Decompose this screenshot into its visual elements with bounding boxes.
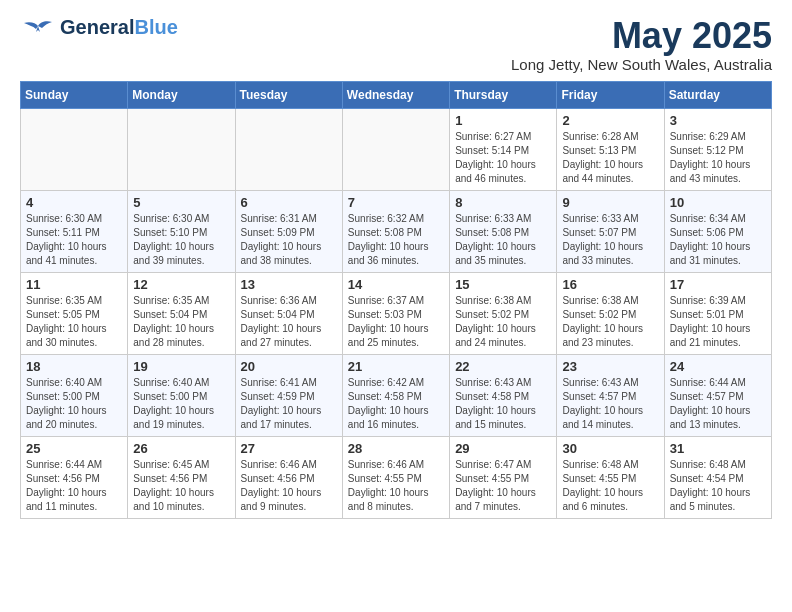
day-number: 31 [670, 441, 766, 456]
day-number: 21 [348, 359, 444, 374]
day-number: 30 [562, 441, 658, 456]
day-number: 24 [670, 359, 766, 374]
day-number: 2 [562, 113, 658, 128]
calendar-cell: 17Sunrise: 6:39 AM Sunset: 5:01 PM Dayli… [664, 272, 771, 354]
calendar-cell: 12Sunrise: 6:35 AM Sunset: 5:04 PM Dayli… [128, 272, 235, 354]
logo: GeneralBlue [20, 16, 178, 39]
day-info: Sunrise: 6:41 AM Sunset: 4:59 PM Dayligh… [241, 376, 337, 432]
calendar-cell: 29Sunrise: 6:47 AM Sunset: 4:55 PM Dayli… [450, 436, 557, 518]
day-number: 16 [562, 277, 658, 292]
day-info: Sunrise: 6:37 AM Sunset: 5:03 PM Dayligh… [348, 294, 444, 350]
calendar-cell: 24Sunrise: 6:44 AM Sunset: 4:57 PM Dayli… [664, 354, 771, 436]
day-number: 10 [670, 195, 766, 210]
day-number: 5 [133, 195, 229, 210]
calendar-cell: 22Sunrise: 6:43 AM Sunset: 4:58 PM Dayli… [450, 354, 557, 436]
page-header: GeneralBlue May 2025 Long Jetty, New Sou… [20, 16, 772, 73]
day-info: Sunrise: 6:47 AM Sunset: 4:55 PM Dayligh… [455, 458, 551, 514]
column-header-sunday: Sunday [21, 81, 128, 108]
day-number: 3 [670, 113, 766, 128]
page-container: GeneralBlue May 2025 Long Jetty, New Sou… [0, 0, 792, 535]
calendar-cell: 25Sunrise: 6:44 AM Sunset: 4:56 PM Dayli… [21, 436, 128, 518]
location-text: Long Jetty, New South Wales, Australia [511, 56, 772, 73]
day-info: Sunrise: 6:40 AM Sunset: 5:00 PM Dayligh… [133, 376, 229, 432]
day-number: 20 [241, 359, 337, 374]
day-info: Sunrise: 6:31 AM Sunset: 5:09 PM Dayligh… [241, 212, 337, 268]
day-info: Sunrise: 6:35 AM Sunset: 5:05 PM Dayligh… [26, 294, 122, 350]
calendar-cell: 10Sunrise: 6:34 AM Sunset: 5:06 PM Dayli… [664, 190, 771, 272]
day-number: 15 [455, 277, 551, 292]
calendar-cell: 14Sunrise: 6:37 AM Sunset: 5:03 PM Dayli… [342, 272, 449, 354]
day-number: 29 [455, 441, 551, 456]
day-info: Sunrise: 6:46 AM Sunset: 4:56 PM Dayligh… [241, 458, 337, 514]
day-info: Sunrise: 6:39 AM Sunset: 5:01 PM Dayligh… [670, 294, 766, 350]
day-number: 18 [26, 359, 122, 374]
day-number: 23 [562, 359, 658, 374]
calendar-cell: 2Sunrise: 6:28 AM Sunset: 5:13 PM Daylig… [557, 108, 664, 190]
calendar-cell: 15Sunrise: 6:38 AM Sunset: 5:02 PM Dayli… [450, 272, 557, 354]
day-info: Sunrise: 6:48 AM Sunset: 4:54 PM Dayligh… [670, 458, 766, 514]
logo-blue-text: Blue [134, 16, 177, 38]
day-info: Sunrise: 6:30 AM Sunset: 5:11 PM Dayligh… [26, 212, 122, 268]
calendar-cell: 4Sunrise: 6:30 AM Sunset: 5:11 PM Daylig… [21, 190, 128, 272]
day-number: 8 [455, 195, 551, 210]
calendar-week-4: 18Sunrise: 6:40 AM Sunset: 5:00 PM Dayli… [21, 354, 772, 436]
day-info: Sunrise: 6:46 AM Sunset: 4:55 PM Dayligh… [348, 458, 444, 514]
calendar-cell: 5Sunrise: 6:30 AM Sunset: 5:10 PM Daylig… [128, 190, 235, 272]
calendar-cell: 30Sunrise: 6:48 AM Sunset: 4:55 PM Dayli… [557, 436, 664, 518]
calendar-week-3: 11Sunrise: 6:35 AM Sunset: 5:05 PM Dayli… [21, 272, 772, 354]
day-info: Sunrise: 6:44 AM Sunset: 4:56 PM Dayligh… [26, 458, 122, 514]
day-info: Sunrise: 6:32 AM Sunset: 5:08 PM Dayligh… [348, 212, 444, 268]
day-number: 22 [455, 359, 551, 374]
calendar-week-1: 1Sunrise: 6:27 AM Sunset: 5:14 PM Daylig… [21, 108, 772, 190]
day-number: 28 [348, 441, 444, 456]
day-number: 27 [241, 441, 337, 456]
day-number: 25 [26, 441, 122, 456]
logo-bird-icon [20, 18, 56, 38]
calendar-week-2: 4Sunrise: 6:30 AM Sunset: 5:11 PM Daylig… [21, 190, 772, 272]
day-info: Sunrise: 6:45 AM Sunset: 4:56 PM Dayligh… [133, 458, 229, 514]
calendar-cell [21, 108, 128, 190]
day-info: Sunrise: 6:33 AM Sunset: 5:07 PM Dayligh… [562, 212, 658, 268]
column-header-monday: Monday [128, 81, 235, 108]
day-info: Sunrise: 6:48 AM Sunset: 4:55 PM Dayligh… [562, 458, 658, 514]
day-number: 9 [562, 195, 658, 210]
day-info: Sunrise: 6:36 AM Sunset: 5:04 PM Dayligh… [241, 294, 337, 350]
calendar-cell: 6Sunrise: 6:31 AM Sunset: 5:09 PM Daylig… [235, 190, 342, 272]
day-info: Sunrise: 6:30 AM Sunset: 5:10 PM Dayligh… [133, 212, 229, 268]
day-info: Sunrise: 6:35 AM Sunset: 5:04 PM Dayligh… [133, 294, 229, 350]
calendar-cell: 9Sunrise: 6:33 AM Sunset: 5:07 PM Daylig… [557, 190, 664, 272]
calendar-cell: 31Sunrise: 6:48 AM Sunset: 4:54 PM Dayli… [664, 436, 771, 518]
day-info: Sunrise: 6:43 AM Sunset: 4:57 PM Dayligh… [562, 376, 658, 432]
day-number: 12 [133, 277, 229, 292]
calendar-cell: 19Sunrise: 6:40 AM Sunset: 5:00 PM Dayli… [128, 354, 235, 436]
calendar-cell [235, 108, 342, 190]
day-info: Sunrise: 6:44 AM Sunset: 4:57 PM Dayligh… [670, 376, 766, 432]
day-info: Sunrise: 6:29 AM Sunset: 5:12 PM Dayligh… [670, 130, 766, 186]
day-number: 19 [133, 359, 229, 374]
title-block: May 2025 Long Jetty, New South Wales, Au… [511, 16, 772, 73]
day-number: 1 [455, 113, 551, 128]
calendar-table: SundayMondayTuesdayWednesdayThursdayFrid… [20, 81, 772, 519]
column-header-wednesday: Wednesday [342, 81, 449, 108]
calendar-cell: 21Sunrise: 6:42 AM Sunset: 4:58 PM Dayli… [342, 354, 449, 436]
calendar-cell [342, 108, 449, 190]
day-number: 14 [348, 277, 444, 292]
calendar-cell [128, 108, 235, 190]
calendar-cell: 8Sunrise: 6:33 AM Sunset: 5:08 PM Daylig… [450, 190, 557, 272]
day-info: Sunrise: 6:40 AM Sunset: 5:00 PM Dayligh… [26, 376, 122, 432]
day-number: 17 [670, 277, 766, 292]
day-info: Sunrise: 6:38 AM Sunset: 5:02 PM Dayligh… [562, 294, 658, 350]
calendar-cell: 27Sunrise: 6:46 AM Sunset: 4:56 PM Dayli… [235, 436, 342, 518]
day-info: Sunrise: 6:43 AM Sunset: 4:58 PM Dayligh… [455, 376, 551, 432]
calendar-cell: 16Sunrise: 6:38 AM Sunset: 5:02 PM Dayli… [557, 272, 664, 354]
day-info: Sunrise: 6:27 AM Sunset: 5:14 PM Dayligh… [455, 130, 551, 186]
day-number: 11 [26, 277, 122, 292]
day-info: Sunrise: 6:38 AM Sunset: 5:02 PM Dayligh… [455, 294, 551, 350]
calendar-cell: 20Sunrise: 6:41 AM Sunset: 4:59 PM Dayli… [235, 354, 342, 436]
calendar-cell: 23Sunrise: 6:43 AM Sunset: 4:57 PM Dayli… [557, 354, 664, 436]
calendar-cell: 7Sunrise: 6:32 AM Sunset: 5:08 PM Daylig… [342, 190, 449, 272]
calendar-cell: 3Sunrise: 6:29 AM Sunset: 5:12 PM Daylig… [664, 108, 771, 190]
day-info: Sunrise: 6:33 AM Sunset: 5:08 PM Dayligh… [455, 212, 551, 268]
column-header-tuesday: Tuesday [235, 81, 342, 108]
day-number: 26 [133, 441, 229, 456]
